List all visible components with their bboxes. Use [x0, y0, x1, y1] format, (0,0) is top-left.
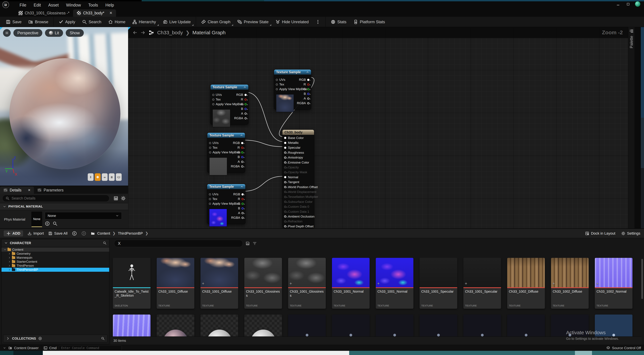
asset-tile-Ch33_1002_Diffuse[interactable]: +Ch33_1002_DiffuseTEXTURE — [551, 258, 589, 309]
toolbar-search-button[interactable]: Search — [78, 17, 105, 27]
node-pin[interactable] — [242, 198, 244, 200]
material-pin-ambient-occlusion[interactable]: Ambient Occlusion — [282, 214, 314, 219]
search-icon[interactable] — [103, 241, 106, 245]
menu-edit[interactable]: Edit — [30, 1, 44, 9]
node-pin[interactable] — [284, 171, 286, 174]
node-pin[interactable] — [284, 210, 286, 213]
asset-tile-Catwalk_Idle_To_Twist_R_Skeleton[interactable]: Catwalk_Idle_To_Twist_R_SkeletonSKELETON — [113, 258, 150, 309]
asset-tile-Ch33_1001_Glossiness[interactable]: +Ch33_1001_GlossinessTEXTURE — [288, 258, 326, 309]
node-pin[interactable] — [284, 206, 286, 208]
toolbar-browse-button[interactable]: Browse — [25, 17, 52, 27]
toolbar-more-button[interactable] — [312, 17, 324, 27]
material-pin-custom-data-0[interactable]: Custom Data 0 — [282, 204, 314, 209]
asset-tile-Ch33_1001_Specular[interactable]: Ch33_1001_SpecularTEXTURE — [420, 258, 457, 309]
character-section-header[interactable]: CHARACTER — [2, 239, 109, 247]
preview-shape-teapot-button[interactable] — [116, 173, 122, 181]
node-pin[interactable] — [242, 203, 244, 205]
node-pin[interactable] — [244, 117, 247, 120]
toolbar-clean-graph-button[interactable]: Clean Graph — [198, 17, 234, 27]
node-header[interactable]: Texture Sample — [210, 84, 248, 90]
back-arrow-icon[interactable] — [132, 30, 138, 35]
filter-icon[interactable] — [252, 241, 257, 246]
node-header[interactable]: Ch33_body — [282, 130, 314, 135]
material-pin-world-position-offset[interactable]: World Position Offset — [282, 184, 314, 190]
use-selected-icon[interactable] — [45, 221, 50, 226]
node-pin[interactable] — [242, 193, 244, 196]
add-button[interactable]: ADD — [4, 230, 23, 236]
node-pin[interactable] — [284, 176, 286, 178]
node-pin[interactable] — [307, 79, 309, 81]
tab-active-1[interactable]: Ch33_body*✕ — [73, 9, 116, 17]
node-pin[interactable] — [209, 151, 211, 154]
node-pin[interactable] — [241, 142, 243, 144]
node-pin[interactable] — [209, 193, 211, 196]
minimize-button[interactable] — [615, 1, 621, 7]
console-command-input[interactable]: Enter Console Command — [59, 346, 122, 350]
texture-sample-node-diffuse[interactable]: Texture SampleUVsTexApply View MipBiasRG… — [274, 70, 311, 110]
settings-button[interactable]: Settings — [621, 231, 640, 236]
node-pin[interactable] — [241, 147, 243, 149]
dock-in-layout-button[interactable]: Dock in Layout — [585, 231, 616, 236]
chevron-down-icon[interactable] — [4, 248, 6, 251]
tab-parameters[interactable]: Parameters — [34, 186, 67, 194]
node-pin[interactable] — [209, 142, 211, 144]
collections-header[interactable]: COLLECTIONS — [3, 334, 108, 342]
asset-tile-Ch33_1001_Diffuse[interactable]: Ch33_1001_DiffuseTEXTURE — [157, 258, 194, 309]
node-pin[interactable] — [276, 88, 278, 90]
node-pin[interactable] — [284, 225, 286, 228]
toolbar-hide-unrelated-button[interactable]: Hide Unrelated — [272, 17, 312, 27]
breadcrumb-material[interactable]: Ch33_body — [157, 30, 183, 36]
material-pin-world-displacement[interactable]: World Displacement — [282, 190, 314, 194]
browse-to-asset-icon[interactable] — [52, 221, 58, 226]
collapse-chevron-icon[interactable] — [306, 70, 309, 74]
content-drawer-button[interactable]: Content Drawer — [8, 346, 39, 350]
collapse-chevron-icon[interactable] — [240, 134, 243, 137]
toolbar-stats-button[interactable]: Stats — [327, 17, 350, 27]
node-pin[interactable] — [212, 103, 214, 105]
node-pin[interactable] — [242, 207, 244, 210]
node-pin[interactable] — [284, 161, 286, 164]
node-pin[interactable] — [307, 93, 309, 95]
node-pin[interactable] — [244, 94, 247, 96]
node-pin[interactable] — [284, 220, 286, 222]
viewport-show-button[interactable]: Show — [66, 29, 84, 37]
node-pin[interactable] — [284, 137, 286, 139]
texture-sample-node-specular[interactable]: Texture SampleUVsTexApply View MipBiasRG… — [207, 132, 245, 173]
node-pin[interactable] — [284, 166, 286, 168]
material-result-node[interactable]: Ch33_bodyBase ColorMetallicSpecularRough… — [282, 130, 314, 228]
node-header[interactable]: Texture Sample — [207, 184, 245, 189]
node-pin[interactable] — [209, 203, 211, 205]
node-pin[interactable] — [241, 151, 243, 154]
close-tab-icon[interactable]: ✕ — [109, 11, 112, 15]
asset-grid-scrollbar[interactable] — [641, 259, 643, 299]
search-icon[interactable] — [101, 336, 105, 340]
gear-icon[interactable] — [121, 196, 126, 201]
material-pin-normal[interactable]: Normal — [282, 175, 314, 180]
node-pin[interactable] — [241, 161, 243, 163]
viewport-menu-button[interactable] — [3, 29, 11, 37]
palette-side-tab[interactable]: Palette — [628, 27, 634, 228]
menu-help[interactable]: Help — [102, 1, 118, 9]
preview-shape-plane-button[interactable] — [102, 173, 108, 181]
display-filter-icon[interactable] — [114, 196, 118, 201]
viewport-lit-button[interactable]: Lit — [45, 29, 63, 37]
folder-tree-item-startercontent[interactable]: StarterContent — [2, 260, 109, 264]
asset-tile-Ch33_1002_Normal[interactable]: +Ch33_1002_NormalTEXTURE — [595, 258, 632, 309]
chevron-right-icon[interactable] — [8, 268, 10, 271]
texture-sample-node-normal[interactable]: Texture SampleUVsTexApply View MipBiasRG… — [207, 184, 246, 224]
import-button[interactable]: Import — [28, 231, 44, 236]
material-pin-emissive-color[interactable]: Emissive Color — [282, 160, 314, 165]
source-control-button[interactable]: Source Control Off — [606, 346, 641, 350]
asset-tile-Ch33_1002_Diffuse[interactable]: Ch33_1002_DiffuseTEXTURE — [507, 258, 545, 309]
material-pin-specular[interactable]: Specular — [282, 145, 314, 150]
node-pin[interactable] — [209, 147, 211, 149]
node-pin[interactable] — [244, 108, 247, 110]
node-pin[interactable] — [284, 142, 286, 144]
node-pin[interactable] — [284, 152, 286, 154]
node-pin[interactable] — [276, 84, 278, 86]
texture-sample-node-glossiness[interactable]: Texture SampleUVsTexApply View MipBiasRG… — [210, 84, 248, 124]
material-pin-roughness[interactable]: Roughness — [282, 150, 314, 155]
maximize-button[interactable] — [625, 1, 631, 7]
node-pin[interactable] — [307, 88, 309, 90]
forward-circle-icon[interactable] — [81, 231, 86, 236]
